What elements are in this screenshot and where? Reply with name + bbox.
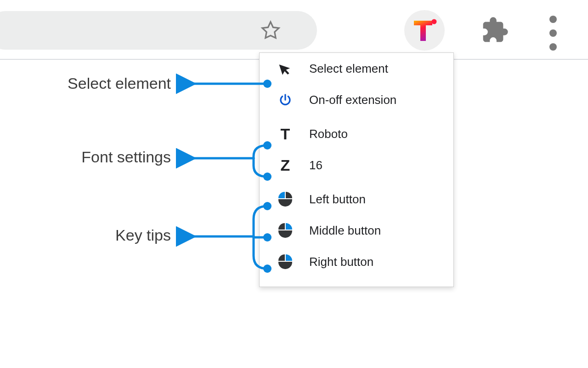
menu-item-label: Left button [309,192,366,207]
browser-menu-icon[interactable] [549,16,557,51]
menu-item-right-button[interactable]: Right button [260,246,453,277]
annotation-font-settings: Font settings [14,148,171,166]
menu-item-select-element[interactable]: Select element [260,53,453,84]
extension-button-typeface[interactable] [404,10,445,51]
extensions-icon[interactable] [478,14,510,46]
font-size-icon: Z [277,157,294,173]
mouse-left-icon [277,191,294,207]
font-letter-icon: T [277,126,294,142]
menu-item-label: Select element [309,62,388,76]
menu-item-label: On-off extension [309,93,396,107]
mouse-right-icon [277,253,294,270]
power-icon [277,92,294,108]
menu-item-middle-button[interactable]: Middle button [260,215,453,246]
mouse-middle-icon [277,222,294,239]
browser-toolbar [0,0,588,60]
annotation-select-element: Select element [14,75,171,92]
menu-item-left-button[interactable]: Left button [260,184,453,215]
bookmark-star-icon[interactable] [260,19,282,41]
address-bar[interactable] [0,11,317,50]
cursor-icon [277,60,294,77]
menu-item-label: Middle button [309,224,381,238]
menu-item-label: Right button [309,255,373,269]
menu-item-font-size[interactable]: Z 16 [260,150,453,181]
annotation-key-tips: Key tips [14,226,171,244]
menu-item-label: Roboto [309,127,348,141]
svg-point-0 [432,19,437,24]
menu-item-font-family[interactable]: T Roboto [260,118,453,150]
extension-popup: Select element On-off extension T Roboto… [259,52,454,287]
menu-item-on-off[interactable]: On-off extension [260,84,453,115]
menu-item-label: 16 [309,158,322,172]
